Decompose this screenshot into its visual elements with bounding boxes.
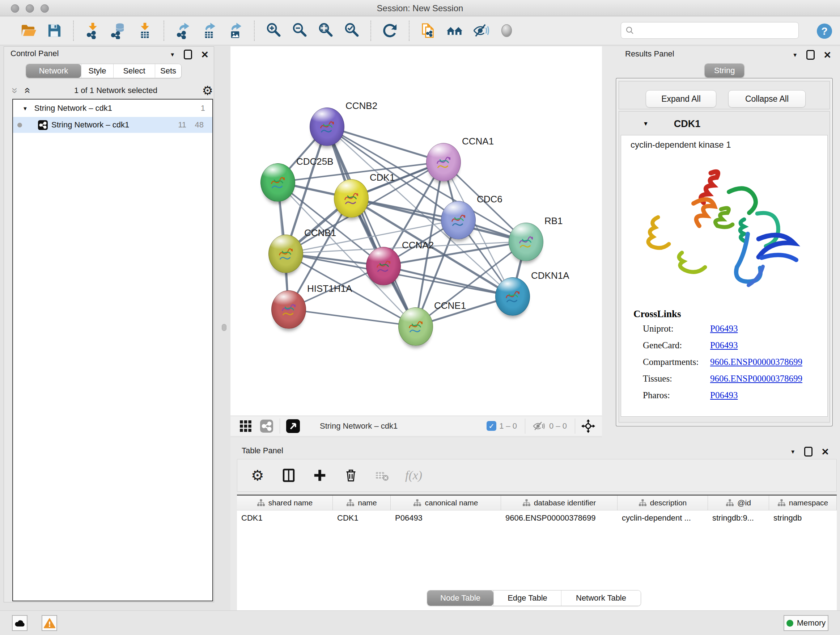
- left-splitter-grip[interactable]: [222, 324, 226, 331]
- crosslink-value-link[interactable]: P06493: [710, 340, 737, 350]
- control-panel-float-icon[interactable]: [184, 50, 192, 59]
- crosslink-value-link[interactable]: P06493: [710, 390, 737, 401]
- help-button[interactable]: ?: [816, 23, 833, 40]
- results-panel-float-icon[interactable]: [806, 50, 815, 60]
- tab-string[interactable]: String: [705, 64, 744, 78]
- save-session-button[interactable]: [44, 21, 65, 41]
- entry-collapse-icon[interactable]: ▼: [643, 120, 649, 127]
- zoom-fit-button[interactable]: [316, 21, 336, 41]
- table-cell[interactable]: P06493: [391, 511, 501, 525]
- tab-network[interactable]: Network: [26, 64, 81, 78]
- zoom-in-button[interactable]: [264, 21, 284, 41]
- tab-network-table[interactable]: Network Table: [561, 591, 641, 606]
- selected-nodes-checkbox[interactable]: ✓: [486, 421, 496, 431]
- search-input[interactable]: [637, 25, 794, 35]
- crosslink-value-link[interactable]: 9606.ENSP00000378699: [710, 374, 802, 384]
- import-table-button[interactable]: [134, 21, 155, 41]
- network-node-cdc25b[interactable]: [261, 163, 295, 202]
- table-cell[interactable]: CDK1: [333, 511, 391, 525]
- import-network-button[interactable]: [82, 21, 103, 41]
- table-cell[interactable]: stringdb: [769, 511, 837, 525]
- network-node-ccnb2[interactable]: [309, 108, 344, 146]
- crosslink-value-link[interactable]: 9606.ENSP00000378699: [710, 357, 802, 367]
- network-options-gear-icon[interactable]: ⚙: [202, 84, 213, 97]
- network-edge[interactable]: [383, 266, 512, 296]
- network-edge[interactable]: [327, 126, 415, 326]
- entry-header-cdk1[interactable]: ▼ CDK1: [619, 113, 829, 134]
- tab-sets[interactable]: Sets: [155, 64, 181, 78]
- export-image-button[interactable]: [225, 21, 245, 41]
- snapshot-button[interactable]: [418, 21, 439, 41]
- zoom-selected-button[interactable]: [341, 21, 362, 41]
- table-panel-collapse-icon[interactable]: ▼: [790, 448, 796, 455]
- tab-select[interactable]: Select: [113, 64, 155, 78]
- search-box[interactable]: [621, 22, 799, 39]
- column-header-namespace[interactable]: namespace: [769, 496, 837, 510]
- cloud-status-button[interactable]: [12, 615, 27, 631]
- network-node-ccnb1[interactable]: [268, 234, 303, 273]
- network-node-ccna1[interactable]: [426, 143, 461, 181]
- table-cell[interactable]: CDK1: [237, 511, 333, 525]
- column-header-canonical-name[interactable]: canonical name: [391, 496, 501, 510]
- results-panel-close-icon[interactable]: ✕: [823, 50, 831, 60]
- show-columns-icon[interactable]: [281, 467, 297, 483]
- fit-selected-icon[interactable]: [580, 418, 596, 434]
- table-panel-float-icon[interactable]: [804, 447, 813, 456]
- network-collection-row[interactable]: ▼ String Network – cdk1 1: [13, 100, 212, 116]
- zoom-out-button[interactable]: [289, 21, 309, 41]
- table-options-gear-icon[interactable]: ⚙: [249, 467, 265, 483]
- crosslink-value-link[interactable]: P06493: [710, 324, 737, 334]
- expand-all-networks-icon[interactable]: »: [10, 88, 21, 94]
- collapse-all-networks-icon[interactable]: »: [21, 88, 32, 94]
- birds-eye-view-icon[interactable]: [238, 418, 254, 434]
- network-node-rb1[interactable]: [508, 223, 543, 261]
- column-header-shared-name[interactable]: shared name: [237, 496, 333, 510]
- column-header-id[interactable]: @id: [708, 496, 769, 510]
- warnings-button[interactable]: [42, 615, 57, 631]
- network-view-canvas[interactable]: CCNB2CCNA1CDC25BCDK1CDC6RB1CCNB1CCNA2CDK…: [231, 46, 602, 416]
- expand-all-button[interactable]: Expand All: [646, 90, 716, 108]
- refresh-view-button[interactable]: [380, 21, 400, 41]
- delete-table-icon[interactable]: [374, 467, 390, 483]
- table-row[interactable]: CDK1CDK1P064939606.ENSP00000378699cyclin…: [237, 511, 837, 525]
- network-edge[interactable]: [327, 126, 443, 162]
- string-home-button[interactable]: [444, 21, 464, 41]
- network-node-hist1h1a[interactable]: [271, 290, 306, 329]
- open-in-new-window-icon[interactable]: [285, 418, 301, 434]
- network-edge[interactable]: [288, 309, 415, 326]
- table-cell[interactable]: cyclin-dependent ...: [617, 511, 708, 525]
- collapse-all-button[interactable]: Collapse All: [728, 90, 806, 108]
- tab-style[interactable]: Style: [81, 64, 113, 78]
- open-session-button[interactable]: [18, 21, 38, 41]
- column-header-database-identifier[interactable]: database identifier: [501, 496, 617, 510]
- network-node-ccne1[interactable]: [398, 307, 433, 346]
- tab-node-table[interactable]: Node Table: [427, 591, 493, 606]
- control-panel-close-icon[interactable]: ✕: [201, 50, 209, 59]
- table-cell[interactable]: 9606.ENSP00000378699: [501, 511, 617, 525]
- hide-panel-button[interactable]: [470, 21, 491, 41]
- delete-column-icon[interactable]: [343, 467, 359, 483]
- export-network-button[interactable]: [173, 21, 193, 41]
- hidden-elements-icon[interactable]: [531, 418, 546, 434]
- column-header-name[interactable]: name: [333, 496, 391, 510]
- create-column-icon[interactable]: [312, 467, 328, 483]
- function-builder-icon[interactable]: f(x): [405, 467, 422, 483]
- network-node-cdc6[interactable]: [441, 201, 476, 239]
- protein-thumbnail-icon: [374, 257, 393, 276]
- table-panel-close-icon[interactable]: ✕: [821, 447, 829, 456]
- network-node-ccna2[interactable]: [366, 247, 401, 285]
- import-database-button[interactable]: [109, 21, 129, 41]
- network-row[interactable]: String Network – cdk1 11 48: [13, 117, 212, 133]
- column-header-description[interactable]: description: [617, 496, 708, 510]
- memory-button[interactable]: Memory: [783, 615, 829, 631]
- tab-edge-table[interactable]: Edge Table: [493, 591, 561, 606]
- control-panel-collapse-icon[interactable]: ▼: [170, 51, 175, 57]
- node-label-rb1: RB1: [545, 215, 563, 226]
- table-cell[interactable]: stringdb:9...: [708, 511, 769, 525]
- network-node-cdk1[interactable]: [334, 179, 369, 218]
- inactive-eye-button[interactable]: [496, 21, 516, 41]
- collection-expand-icon[interactable]: ▼: [22, 105, 28, 111]
- results-panel-collapse-icon[interactable]: ▼: [792, 52, 798, 58]
- network-node-cdkn1a[interactable]: [495, 277, 530, 316]
- export-table-button[interactable]: [199, 21, 219, 41]
